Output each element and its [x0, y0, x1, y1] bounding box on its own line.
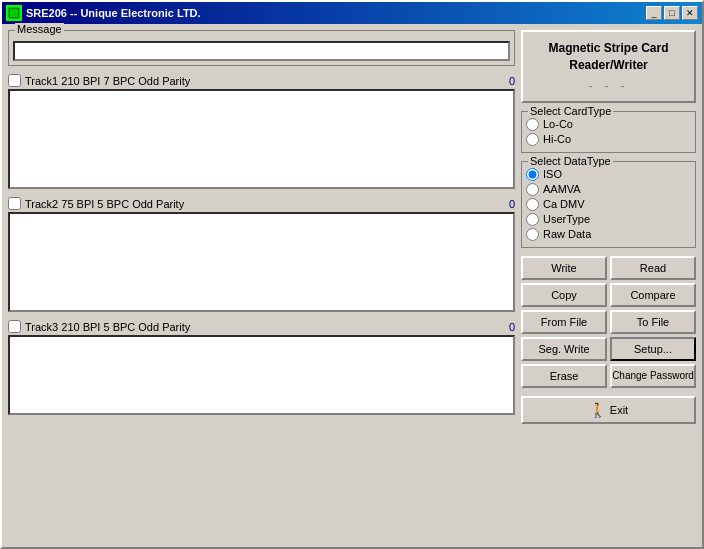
message-input[interactable]	[13, 41, 510, 61]
app-title-dashes: - - -	[531, 78, 686, 93]
data-type-cadmv-label: Ca DMV	[543, 198, 585, 210]
data-type-group: Select DataType ISO AAMVA Ca DMV UserTyp…	[521, 161, 696, 248]
data-type-aamva-radio[interactable]	[526, 183, 539, 196]
minimize-button[interactable]: _	[646, 6, 662, 20]
compare-button[interactable]: Compare	[610, 283, 696, 307]
track1-section: Track1 210 BPI 7 BPC Odd Parity 0	[8, 74, 515, 189]
track2-label: Track2 75 BPI 5 BPC Odd Parity	[25, 198, 509, 210]
title-bar: SRE206 -- Unique Electronic LTD. _ □ ✕	[2, 2, 702, 24]
track3-count: 0	[509, 321, 515, 333]
track3-header: Track3 210 BPI 5 BPC Odd Parity 0	[8, 320, 515, 333]
erase-button[interactable]: Erase	[521, 364, 607, 388]
data-type-rawdata-row: Raw Data	[526, 228, 691, 241]
data-type-cadmv-row: Ca DMV	[526, 198, 691, 211]
track2-count: 0	[509, 198, 515, 210]
track1-textarea[interactable]	[8, 89, 515, 189]
exit-button[interactable]: 🚶 Exit	[521, 396, 696, 424]
card-type-group: Select CardType Lo-Co Hi-Co	[521, 111, 696, 153]
track2-checkbox[interactable]	[8, 197, 21, 210]
data-type-usertype-label: UserType	[543, 213, 590, 225]
seg-write-button[interactable]: Seg. Write	[521, 337, 607, 361]
data-type-iso-radio[interactable]	[526, 168, 539, 181]
card-type-loco-row: Lo-Co	[526, 118, 691, 131]
exit-label: Exit	[610, 404, 628, 416]
action-buttons: Write Read Copy Compare From File To Fil…	[521, 256, 696, 388]
data-type-iso-label: ISO	[543, 168, 562, 180]
data-type-cadmv-radio[interactable]	[526, 198, 539, 211]
track3-section: Track3 210 BPI 5 BPC Odd Parity 0	[8, 320, 515, 415]
window-title: SRE206 -- Unique Electronic LTD.	[26, 7, 646, 19]
track1-header: Track1 210 BPI 7 BPC Odd Parity 0	[8, 74, 515, 87]
track3-checkbox[interactable]	[8, 320, 21, 333]
track1-checkbox[interactable]	[8, 74, 21, 87]
data-type-label: Select DataType	[528, 155, 613, 167]
window-content: Message Track1 210 BPI 7 BPC Odd Parity …	[2, 24, 702, 547]
track3-label: Track3 210 BPI 5 BPC Odd Parity	[25, 321, 509, 333]
message-label: Message	[15, 23, 64, 35]
track2-textarea[interactable]	[8, 212, 515, 312]
data-type-rawdata-label: Raw Data	[543, 228, 591, 240]
change-password-button[interactable]: Change Password	[610, 364, 696, 388]
card-type-hico-row: Hi-Co	[526, 133, 691, 146]
setup-button[interactable]: Setup...	[610, 337, 696, 361]
track1-count: 0	[509, 75, 515, 87]
copy-button[interactable]: Copy	[521, 283, 607, 307]
message-group: Message	[8, 30, 515, 66]
track2-section: Track2 75 BPI 5 BPC Odd Parity 0	[8, 197, 515, 312]
app-title-line1: Magnetic Stripe Card	[531, 40, 686, 57]
card-type-loco-radio[interactable]	[526, 118, 539, 131]
maximize-button[interactable]: □	[664, 6, 680, 20]
svg-rect-1	[10, 9, 18, 17]
card-type-hico-label: Hi-Co	[543, 133, 571, 145]
data-type-rawdata-radio[interactable]	[526, 228, 539, 241]
card-type-loco-label: Lo-Co	[543, 118, 573, 130]
track1-label: Track1 210 BPI 7 BPC Odd Parity	[25, 75, 509, 87]
left-panel: Message Track1 210 BPI 7 BPC Odd Parity …	[8, 30, 515, 541]
to-file-button[interactable]: To File	[610, 310, 696, 334]
from-file-button[interactable]: From File	[521, 310, 607, 334]
track3-textarea[interactable]	[8, 335, 515, 415]
card-type-label: Select CardType	[528, 105, 613, 117]
read-button[interactable]: Read	[610, 256, 696, 280]
data-type-aamva-row: AAMVA	[526, 183, 691, 196]
data-type-iso-row: ISO	[526, 168, 691, 181]
window-icon	[6, 5, 22, 21]
exit-icon: 🚶	[589, 402, 606, 418]
app-title-line2: Reader/Writer	[531, 57, 686, 74]
close-button[interactable]: ✕	[682, 6, 698, 20]
track2-header: Track2 75 BPI 5 BPC Odd Parity 0	[8, 197, 515, 210]
data-type-aamva-label: AAMVA	[543, 183, 581, 195]
write-button[interactable]: Write	[521, 256, 607, 280]
card-type-hico-radio[interactable]	[526, 133, 539, 146]
right-panel: Magnetic Stripe Card Reader/Writer - - -…	[521, 30, 696, 541]
data-type-usertype-radio[interactable]	[526, 213, 539, 226]
app-title-box: Magnetic Stripe Card Reader/Writer - - -	[521, 30, 696, 103]
main-window: SRE206 -- Unique Electronic LTD. _ □ ✕ M…	[0, 0, 704, 549]
data-type-usertype-row: UserType	[526, 213, 691, 226]
window-controls: _ □ ✕	[646, 6, 698, 20]
